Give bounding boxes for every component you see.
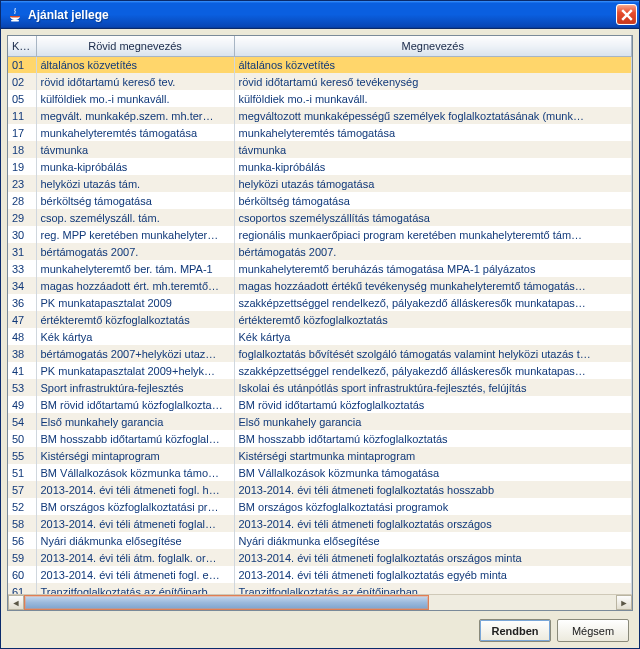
cell-kod: 28 xyxy=(8,192,36,209)
table-row[interactable]: 23helyközi utazás tám.helyközi utazás tá… xyxy=(8,175,632,192)
cell-kod: 51 xyxy=(8,464,36,481)
cell-rovid: Kék kártya xyxy=(36,328,234,345)
table-row[interactable]: 11megvált. munkakép.szem. mh.ter…megvált… xyxy=(8,107,632,124)
col-header-rovid[interactable]: Rövid megnevezés xyxy=(36,36,234,56)
table-row[interactable]: 02rövid időtartamú kereső tev.rövid időt… xyxy=(8,73,632,90)
titlebar[interactable]: Ajánlat jellege xyxy=(1,1,639,29)
cell-rovid: Első munkahely garancia xyxy=(36,413,234,430)
table-row[interactable]: 53Sport infrastruktúra-fejlesztésIskolai… xyxy=(8,379,632,396)
table-row[interactable]: 51BM Vállalkozások közmunka támo…BM Váll… xyxy=(8,464,632,481)
cell-meg: 2013-2014. évi téli átmeneti foglalkozta… xyxy=(234,549,632,566)
cell-kod: 11 xyxy=(8,107,36,124)
horizontal-scrollbar[interactable]: ◄ ► xyxy=(8,594,632,610)
table-row[interactable]: 28bérköltség támogatásabérköltség támoga… xyxy=(8,192,632,209)
cell-rovid: Kistérségi mintaprogram xyxy=(36,447,234,464)
cell-kod: 53 xyxy=(8,379,36,396)
cell-kod: 17 xyxy=(8,124,36,141)
col-header-kod[interactable]: Kód xyxy=(8,36,36,56)
scroll-left-arrow[interactable]: ◄ xyxy=(8,595,24,610)
window-title: Ajánlat jellege xyxy=(28,8,616,22)
cell-meg: értékteremtő közfoglalkoztatás xyxy=(234,311,632,328)
table-row[interactable]: 31bértámogatás 2007.bértámogatás 2007. xyxy=(8,243,632,260)
table-row[interactable]: 54Első munkahely garanciaElső munkahely … xyxy=(8,413,632,430)
cell-rovid: BM hosszabb időtartamú közfoglal… xyxy=(36,430,234,447)
table-row[interactable]: 52BM országos közfoglalkoztatási pr…BM o… xyxy=(8,498,632,515)
java-cup-icon xyxy=(7,7,23,23)
table-row[interactable]: 49BM rövid időtartamú közfoglalkozta…BM … xyxy=(8,396,632,413)
table-row[interactable]: 18távmunkatávmunka xyxy=(8,141,632,158)
table-row[interactable]: 592013-2014. évi téli átm. foglalk. or…2… xyxy=(8,549,632,566)
table-row[interactable]: 55Kistérségi mintaprogramKistérségi star… xyxy=(8,447,632,464)
col-header-meg[interactable]: Megnevezés xyxy=(234,36,632,56)
close-button[interactable] xyxy=(616,4,637,25)
scroll-thumb[interactable] xyxy=(24,595,429,610)
cell-meg: szakképzettséggel rendelkező, pályakezdő… xyxy=(234,294,632,311)
cell-kod: 50 xyxy=(8,430,36,447)
cell-kod: 59 xyxy=(8,549,36,566)
cell-rovid: külföldiek mo.-i munkaváll. xyxy=(36,90,234,107)
table-row[interactable]: 34magas hozzáadott ért. mh.teremtő…magas… xyxy=(8,277,632,294)
cell-meg: BM Vállalkozások közmunka támogatása xyxy=(234,464,632,481)
cell-kod: 18 xyxy=(8,141,36,158)
cell-meg: Első munkahely garancia xyxy=(234,413,632,430)
table-row[interactable]: 30reg. MPP keretében munkahelyter…region… xyxy=(8,226,632,243)
dialog-window: Ajánlat jellege Kód Rövid megnevezés Meg… xyxy=(0,0,640,649)
table-row[interactable]: 17munkahelyteremtés támogatásamunkahelyt… xyxy=(8,124,632,141)
table-row[interactable]: 29csop. személyszáll. tám.csoportos szem… xyxy=(8,209,632,226)
cell-meg: Tranzitfoglalkoztatás az építőiparban xyxy=(234,583,632,594)
cell-meg: BM hosszabb időtartamú közfoglalkoztatás xyxy=(234,430,632,447)
cell-meg: bérköltség támogatása xyxy=(234,192,632,209)
cell-kod: 34 xyxy=(8,277,36,294)
table-row[interactable]: 56Nyári diákmunka elősegítéseNyári diákm… xyxy=(8,532,632,549)
cell-meg: BM országos közfoglalkoztatási programok xyxy=(234,498,632,515)
cell-meg: BM rövid időtartamú közfoglalkoztatás xyxy=(234,396,632,413)
table-row[interactable]: 48Kék kártyaKék kártya xyxy=(8,328,632,345)
scroll-right-arrow[interactable]: ► xyxy=(616,595,632,610)
cell-kod: 52 xyxy=(8,498,36,515)
cell-kod: 55 xyxy=(8,447,36,464)
button-row: Rendben Mégsem xyxy=(7,611,633,642)
cell-meg: 2013-2014. évi téli átmeneti foglalkozta… xyxy=(234,481,632,498)
cell-meg: bértámogatás 2007. xyxy=(234,243,632,260)
svg-rect-0 xyxy=(11,20,19,21)
scroll-track[interactable] xyxy=(24,595,616,610)
cell-meg: szakképzettséggel rendelkező, pályakezdő… xyxy=(234,362,632,379)
cancel-button[interactable]: Mégsem xyxy=(557,619,629,642)
close-icon xyxy=(621,9,633,21)
cell-kod: 47 xyxy=(8,311,36,328)
table-row[interactable]: 19munka-kipróbálásmunka-kipróbálás xyxy=(8,158,632,175)
cell-kod: 57 xyxy=(8,481,36,498)
table-row[interactable]: 41PK munkatapasztalat 2009+helyk…szakkép… xyxy=(8,362,632,379)
table-row[interactable]: 50BM hosszabb időtartamú közfoglal…BM ho… xyxy=(8,430,632,447)
table-row[interactable]: 36PK munkatapasztalat 2009szakképzettség… xyxy=(8,294,632,311)
cell-rovid: BM rövid időtartamú közfoglalkozta… xyxy=(36,396,234,413)
ok-button[interactable]: Rendben xyxy=(479,619,551,642)
cell-kod: 23 xyxy=(8,175,36,192)
cell-meg: csoportos személyszállítás támogatása xyxy=(234,209,632,226)
cell-rovid: rövid időtartamú kereső tev. xyxy=(36,73,234,90)
cell-kod: 02 xyxy=(8,73,36,90)
cell-meg: 2013-2014. évi téli átmeneti foglalkozta… xyxy=(234,515,632,532)
table-row[interactable]: 05külföldiek mo.-i munkaváll.külföldiek … xyxy=(8,90,632,107)
cell-kod: 31 xyxy=(8,243,36,260)
cell-rovid: reg. MPP keretében munkahelyter… xyxy=(36,226,234,243)
table-row[interactable]: 33munkahelyteremtő ber. tám. MPA-1munkah… xyxy=(8,260,632,277)
table-row[interactable]: 572013-2014. évi téli átmeneti fogl. h…2… xyxy=(8,481,632,498)
content-area: Kód Rövid megnevezés Megnevezés 01általá… xyxy=(1,29,639,648)
cell-meg: külföldiek mo.-i munkaváll. xyxy=(234,90,632,107)
cell-kod: 54 xyxy=(8,413,36,430)
cell-meg: Iskolai és utánpótlás sport infrastruktú… xyxy=(234,379,632,396)
table-row[interactable]: 602013-2014. évi téli átmeneti fogl. e…2… xyxy=(8,566,632,583)
table-row[interactable]: 582013-2014. évi téli átmeneti foglal…20… xyxy=(8,515,632,532)
cell-meg: megváltozott munkaképességű személyek fo… xyxy=(234,107,632,124)
table-row[interactable]: 01általános közvetítésáltalános közvetít… xyxy=(8,56,632,73)
table-row[interactable]: 47értékteremtő közfoglalkoztatásértékter… xyxy=(8,311,632,328)
table-row[interactable]: 61Tranzitfoglalkoztatás az építőiparb…Tr… xyxy=(8,583,632,594)
cell-kod: 05 xyxy=(8,90,36,107)
cell-kod: 36 xyxy=(8,294,36,311)
cell-kod: 30 xyxy=(8,226,36,243)
table-container: Kód Rövid megnevezés Megnevezés 01általá… xyxy=(7,35,633,611)
table-row[interactable]: 38bértámogatás 2007+helyközi utaz…foglal… xyxy=(8,345,632,362)
data-grid[interactable]: Kód Rövid megnevezés Megnevezés 01általá… xyxy=(8,36,632,594)
cell-meg: általános közvetítés xyxy=(234,56,632,73)
